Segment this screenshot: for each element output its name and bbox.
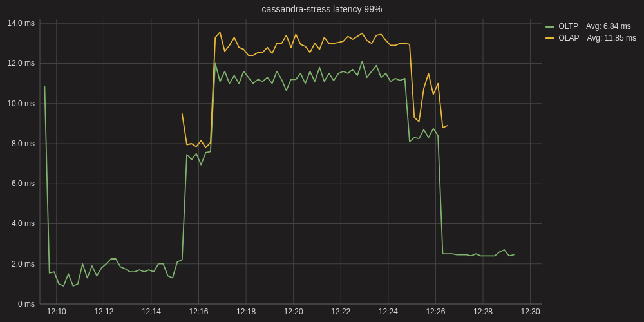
svg-text:12:16: 12:16 [189, 307, 208, 316]
legend-stat-olap: Avg: 11.85 ms [587, 33, 637, 43]
svg-text:10.0 ms: 10.0 ms [7, 99, 35, 108]
svg-text:6.0 ms: 6.0 ms [12, 179, 35, 188]
svg-text:0 ms: 0 ms [18, 299, 35, 308]
legend-item-oltp[interactable]: OLTP Avg: 6.84 ms [545, 22, 636, 31]
legend-label-olap: OLAP [558, 33, 579, 43]
legend-swatch-olap [545, 37, 554, 39]
svg-text:12:22: 12:22 [331, 307, 350, 316]
svg-text:12:26: 12:26 [426, 307, 445, 316]
svg-text:8.0 ms: 8.0 ms [12, 139, 35, 148]
svg-text:12:12: 12:12 [94, 307, 113, 316]
svg-text:12:30: 12:30 [521, 307, 540, 316]
legend-stat-oltp: Avg: 6.84 ms [586, 22, 631, 31]
legend-swatch-oltp [545, 26, 554, 28]
svg-text:12:18: 12:18 [236, 307, 256, 316]
svg-text:4.0 ms: 4.0 ms [12, 219, 35, 228]
svg-text:12:20: 12:20 [284, 307, 303, 316]
svg-text:12:24: 12:24 [379, 307, 398, 316]
legend-label-oltp: OLTP [558, 22, 578, 31]
svg-text:14.0 ms: 14.0 ms [7, 19, 35, 28]
chart-panel: cassandra-stress latency 99% 0 ms2.0 ms4… [0, 0, 644, 322]
chart-svg: 0 ms2.0 ms4.0 ms6.0 ms8.0 ms10.0 ms12.0 … [0, 17, 644, 322]
svg-text:12:14: 12:14 [142, 307, 161, 316]
legend-item-olap[interactable]: OLAP Avg: 11.85 ms [545, 33, 636, 43]
legend: OLTP Avg: 6.84 ms OLAP Avg: 11.85 ms [545, 22, 636, 45]
svg-text:12:10: 12:10 [47, 307, 66, 316]
svg-text:12:28: 12:28 [473, 307, 493, 316]
svg-text:12.0 ms: 12.0 ms [7, 59, 35, 68]
svg-text:2.0 ms: 2.0 ms [12, 260, 35, 269]
plot-area[interactable]: 0 ms2.0 ms4.0 ms6.0 ms8.0 ms10.0 ms12.0 … [0, 17, 644, 322]
chart-title: cassandra-stress latency 99% [0, 0, 644, 14]
